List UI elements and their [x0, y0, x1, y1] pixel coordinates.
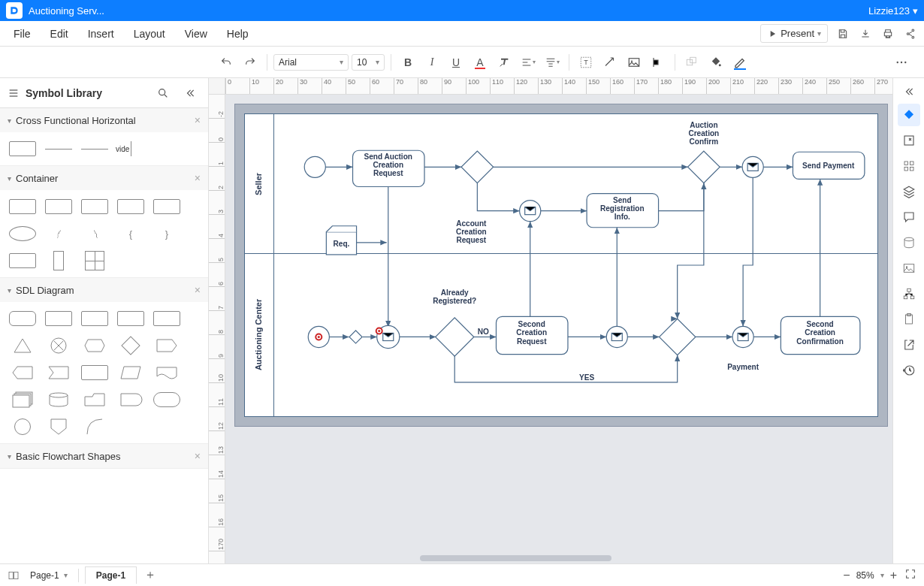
rail-sitemap-icon[interactable] — [898, 282, 920, 305]
node-mini-gateway[interactable] — [349, 331, 362, 343]
more-options-button[interactable] — [891, 52, 912, 73]
menu-view[interactable]: View — [177, 23, 215, 44]
clear-format-button[interactable] — [494, 52, 515, 73]
shape-sdl4[interactable] — [116, 308, 146, 329]
shape-lane[interactable] — [44, 138, 74, 159]
line-color-button[interactable] — [729, 52, 750, 73]
image-button[interactable] — [624, 52, 645, 73]
print-icon[interactable] — [880, 26, 895, 41]
library-search-button[interactable] — [152, 83, 174, 104]
redo-button[interactable] — [240, 52, 261, 73]
close-icon[interactable]: × — [195, 450, 201, 462]
share-icon[interactable] — [903, 26, 918, 41]
shape-pill[interactable] — [152, 389, 182, 410]
node-gateway1[interactable] — [461, 151, 494, 183]
shape-brace4[interactable]: } — [152, 223, 182, 244]
connector-button[interactable] — [599, 52, 621, 73]
shape-circlex[interactable] — [44, 335, 74, 356]
rail-image-icon[interactable] — [898, 257, 920, 279]
rail-comment-icon[interactable] — [898, 206, 920, 228]
shape-inarrow[interactable] — [8, 362, 38, 383]
lib-section-container[interactable]: ▾ Container × — [0, 166, 208, 190]
fill-color-button[interactable] — [705, 52, 726, 73]
shape-sdl1[interactable] — [8, 308, 38, 329]
shape-ellipse[interactable] — [8, 223, 38, 244]
node-gateway-registered[interactable] — [436, 318, 474, 356]
rail-export-icon[interactable] — [898, 129, 920, 152]
page-selector[interactable]: Page-1 ▾ — [26, 569, 72, 582]
rail-link-icon[interactable] — [898, 334, 920, 356]
rail-history-icon[interactable] — [898, 359, 920, 382]
fit-screen-button[interactable] — [904, 568, 916, 582]
shape-sdl5[interactable] — [152, 308, 182, 329]
lib-section-sdl[interactable]: ▾ SDL Diagram × — [0, 278, 208, 302]
library-collapse-button[interactable] — [180, 83, 201, 104]
shape-swimlane[interactable] — [8, 138, 38, 159]
shape-vide[interactable]: vide — [116, 138, 161, 159]
node-start-seller[interactable] — [304, 156, 325, 177]
font-color-button[interactable]: A — [470, 52, 491, 73]
shape-para[interactable] — [116, 362, 146, 383]
user-menu[interactable]: Lizzie123 ▾ — [868, 5, 918, 17]
horizontal-scrollbar[interactable] — [242, 554, 879, 562]
lib-section-cross-functional[interactable]: ▾ Cross Functional Horizontal × — [0, 108, 208, 132]
page-tab-1[interactable]: Page-1 — [85, 566, 137, 584]
shape-rect[interactable] — [8, 196, 38, 217]
close-icon[interactable]: × — [195, 172, 201, 184]
shape-stack[interactable] — [8, 389, 38, 410]
zoom-out-button[interactable]: − — [843, 569, 850, 582]
menu-file[interactable]: File — [6, 23, 38, 44]
rail-data-icon[interactable] — [898, 231, 920, 254]
undo-button[interactable] — [216, 52, 237, 73]
shape-arrow[interactable] — [152, 335, 182, 356]
menu-insert[interactable]: Insert — [80, 23, 122, 44]
chevron-down-icon[interactable]: ▾ — [880, 571, 884, 579]
bold-button[interactable]: B — [397, 52, 418, 73]
font-family-select[interactable]: Arial ▾ — [273, 54, 349, 71]
present-button[interactable]: Present ▾ — [760, 24, 828, 43]
shape-cyl[interactable] — [44, 389, 74, 410]
shape-sdl2[interactable] — [44, 308, 74, 329]
menu-edit[interactable]: Edit — [43, 23, 76, 44]
align-h-button[interactable]: ▾ — [518, 52, 539, 73]
rail-style-icon[interactable] — [898, 104, 920, 126]
shape-rect5[interactable] — [152, 196, 182, 217]
rail-collapse-button[interactable] — [893, 83, 924, 101]
shape-arc[interactable] — [80, 416, 110, 437]
rail-clipboard-icon[interactable] — [898, 308, 920, 331]
shape-halfround[interactable] — [116, 389, 146, 410]
shape-rect3[interactable] — [80, 196, 110, 217]
text-tool-button[interactable]: T — [575, 52, 596, 73]
zoom-in-button[interactable]: + — [890, 569, 897, 582]
pages-icon[interactable] — [8, 569, 20, 581]
node-gateway-center2[interactable] — [660, 319, 696, 355]
shape-triangle[interactable] — [8, 335, 38, 356]
shape-tallrect[interactable] — [44, 250, 74, 271]
shape-shield[interactable] — [44, 416, 74, 437]
shape-rect4[interactable] — [116, 196, 146, 217]
close-icon[interactable]: × — [195, 114, 201, 126]
shape-circle[interactable] — [8, 416, 38, 437]
italic-button[interactable]: I — [421, 52, 442, 73]
align-distribute-button[interactable] — [648, 52, 669, 73]
shape-brace1[interactable]: ༼ — [44, 223, 74, 244]
menu-help[interactable]: Help — [219, 23, 256, 44]
lib-section-basic-flowchart[interactable]: ▾ Basic Flowchart Shapes × — [0, 444, 208, 468]
rail-layers-icon[interactable] — [898, 180, 920, 203]
shape-diamond[interactable] — [116, 335, 146, 356]
menu-layout[interactable]: Layout — [126, 23, 173, 44]
save-icon[interactable] — [835, 26, 850, 41]
diagram-page[interactable]: Seller Auctioning Center Send AuctionCr — [244, 113, 878, 417]
node-gateway-confirm[interactable] — [688, 151, 720, 183]
shape-box2[interactable] — [80, 362, 110, 383]
shape-tab[interactable] — [80, 389, 110, 410]
download-icon[interactable] — [858, 26, 873, 41]
add-page-button[interactable]: ＋ — [143, 568, 158, 583]
shape-wave[interactable] — [152, 362, 182, 383]
shape-rect6[interactable] — [8, 250, 38, 271]
group-button[interactable] — [681, 52, 702, 73]
shape-grid[interactable] — [80, 250, 110, 271]
shape-rect2[interactable] — [44, 196, 74, 217]
font-size-select[interactable]: 10 ▾ — [352, 54, 385, 71]
align-v-button[interactable]: ▾ — [542, 52, 563, 73]
